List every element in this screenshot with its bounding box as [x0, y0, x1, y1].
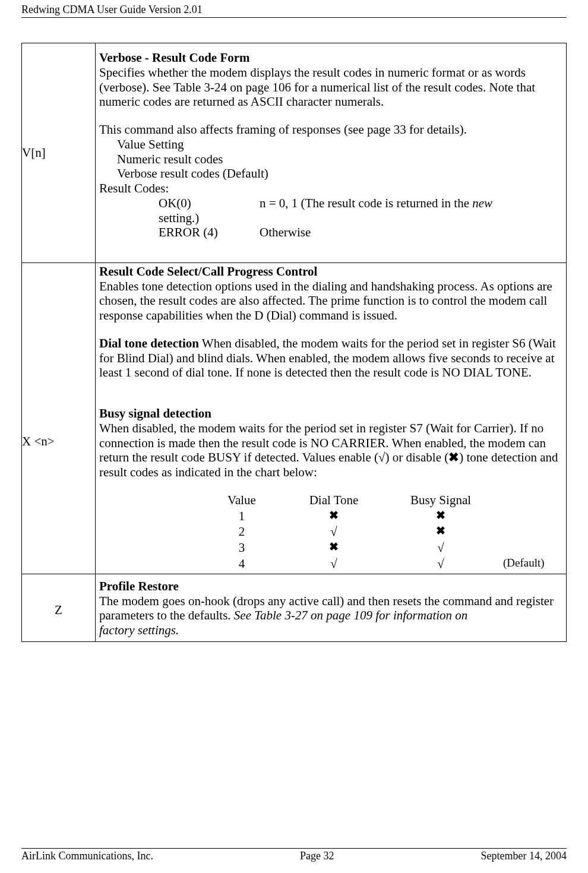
- table-row: Z Profile Restore The modem goes on-hook…: [22, 574, 567, 641]
- cross-icon: ✖: [289, 540, 378, 555]
- row-title: Verbose - Result Code Form: [99, 50, 562, 65]
- chart-header: Value: [194, 493, 289, 508]
- check-icon: √: [378, 540, 503, 555]
- paragraph: factory settings.: [99, 623, 562, 638]
- chart-value: 3: [194, 540, 289, 555]
- detection-chart: Value Dial Tone Busy Signal 1 ✖ ✖ 2 √ ✖ …: [194, 493, 562, 571]
- rc-ok: OK(0): [159, 196, 260, 211]
- subheading: Busy signal detection: [99, 406, 562, 421]
- chart-value: 2: [194, 524, 289, 539]
- chart-value: 4: [194, 556, 289, 571]
- footer-right: September 14, 2004: [481, 850, 567, 862]
- check-icon: √: [289, 524, 378, 539]
- description-cell: Verbose - Result Code Form Specifies whe…: [96, 43, 567, 263]
- cross-icon: ✖: [378, 509, 503, 524]
- command-table: V[n] Verbose - Result Code Form Specifie…: [21, 43, 567, 642]
- rc-setting: setting.): [159, 211, 260, 226]
- page-footer: AirLink Communications, Inc. Page 32 Sep…: [21, 848, 567, 862]
- description-cell: Profile Restore The modem goes on-hook (…: [96, 574, 567, 641]
- paragraph: Dial tone detection When disabled, the m…: [99, 336, 562, 380]
- chart-header: Dial Tone: [289, 493, 378, 508]
- list-item: Verbose result codes (Default): [117, 166, 562, 181]
- chart-header: Busy Signal: [378, 493, 503, 508]
- table-row: X <n> Result Code Select/Call Progress C…: [22, 262, 567, 574]
- command-cell: X <n>: [22, 262, 96, 574]
- paragraph: When disabled, the modem waits for the p…: [99, 421, 562, 480]
- check-icon: √: [289, 556, 378, 571]
- paragraph: Enables tone detection options used in t…: [99, 279, 562, 323]
- row-title: Profile Restore: [99, 579, 562, 594]
- chart-value: 1: [194, 509, 289, 524]
- rc-error-text: Otherwise: [260, 225, 562, 240]
- list-item: Numeric result codes: [117, 152, 562, 167]
- command-cell: Z: [22, 574, 96, 641]
- command-cell: V[n]: [22, 43, 96, 263]
- default-label: (Default): [503, 556, 562, 571]
- check-icon: √: [378, 556, 503, 571]
- table-row: V[n] Verbose - Result Code Form Specifie…: [22, 43, 567, 263]
- rc-ok-text: n = 0, 1 (The result code is returned in…: [260, 196, 562, 211]
- footer-center: Page 32: [300, 850, 334, 862]
- result-codes-label: Result Codes:: [99, 181, 562, 196]
- page-header: Redwing CDMA User Guide Version 2.01: [21, 0, 567, 18]
- paragraph: This command also affects framing of res…: [99, 122, 562, 137]
- rc-error: ERROR (4): [159, 225, 260, 240]
- cross-icon: ✖: [289, 509, 378, 524]
- row-title: Result Code Select/Call Progress Control: [99, 264, 562, 279]
- paragraph: The modem goes on-hook (drops any active…: [99, 594, 562, 624]
- footer-left: AirLink Communications, Inc.: [21, 850, 153, 862]
- paragraph: Specifies whether the modem displays the…: [99, 65, 562, 109]
- cross-icon: ✖: [378, 524, 503, 539]
- description-cell: Result Code Select/Call Progress Control…: [96, 262, 567, 574]
- list-item: Value Setting: [117, 137, 562, 152]
